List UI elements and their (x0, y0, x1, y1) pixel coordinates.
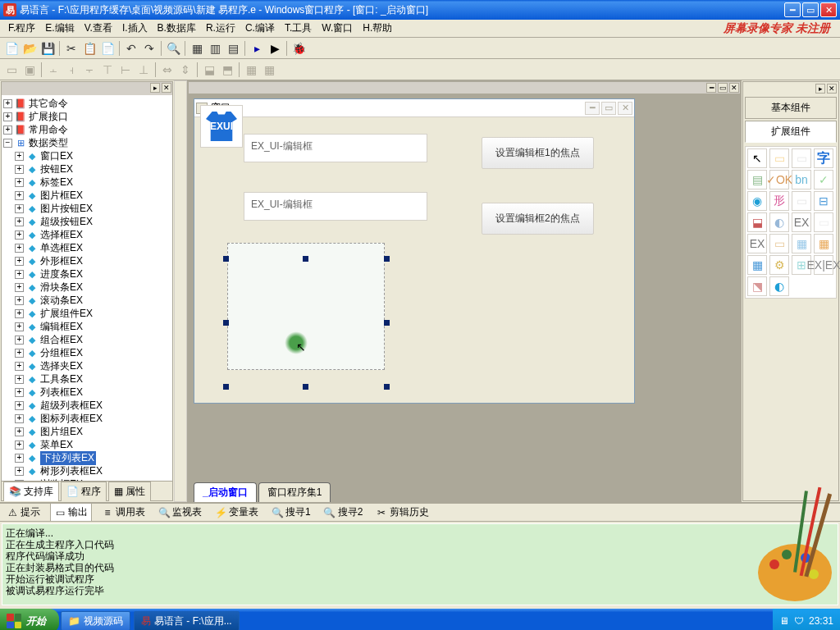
align-left-button[interactable]: ⫠ (45, 62, 62, 78)
tree-toggle-icon[interactable]: + (15, 296, 24, 305)
button-focus-2[interactable]: 设置编辑框2的焦点 (482, 203, 594, 235)
tab-program[interactable]: 📄 程序 (61, 482, 107, 501)
tree-toggle-icon[interactable]: + (15, 336, 24, 345)
tree-toggle-icon[interactable]: + (15, 244, 24, 253)
tree-toggle-icon[interactable]: + (15, 178, 24, 187)
tree-toggle-icon[interactable]: + (15, 467, 24, 476)
align-center-button[interactable]: ⫞ (63, 62, 80, 78)
tree-toggle-icon[interactable]: + (15, 165, 24, 174)
tray-icon-2[interactable]: 🛡 (794, 615, 804, 627)
tree-toggle-icon[interactable]: + (15, 454, 24, 463)
menu-edit[interactable]: E.编辑 (40, 20, 79, 37)
tree-node[interactable]: +◆外形框EX (3, 254, 171, 267)
tree-node[interactable]: +📕其它命令 (3, 97, 171, 110)
tab-search1[interactable]: 🔍搜寻1 (268, 504, 314, 521)
step-button[interactable]: ▸ (249, 40, 265, 57)
form-close-button[interactable]: ✕ (618, 102, 632, 115)
tree-node[interactable]: +◆窗口EX (3, 149, 171, 162)
design-min-button[interactable]: ━ (706, 83, 716, 93)
layout2-button[interactable]: ▥ (207, 40, 223, 57)
menu-help[interactable]: H.帮助 (358, 20, 397, 37)
palette-item[interactable]: EX (792, 212, 811, 232)
tree-toggle-icon[interactable]: + (15, 414, 24, 423)
tab-cliphistory[interactable]: ✂剪辑历史 (372, 504, 432, 521)
tree-toggle-icon[interactable]: + (15, 401, 24, 410)
component-tree[interactable]: +📕其它命令+📕扩展接口+📕常用命令−⊞数据类型+◆窗口EX+◆按钮EX+◆标签… (2, 95, 172, 481)
button-focus-1[interactable]: 设置编辑框1的焦点 (482, 137, 594, 169)
selected-control[interactable] (227, 243, 385, 370)
tree-node[interactable]: +◆图片组EX (3, 425, 171, 438)
layout3-button[interactable]: ▤ (225, 40, 241, 57)
menu-insert[interactable]: I.插入 (117, 20, 153, 37)
tree-toggle-icon[interactable]: + (15, 309, 24, 318)
align-bottom-button[interactable]: ⊥ (135, 62, 152, 78)
design-canvas[interactable]: 窗口 ━ ▭ ✕ EXUI EX_UI-编辑框 EX_UI-编辑框 设置编辑框1… (194, 98, 635, 472)
align-middle-button[interactable]: ⊢ (117, 62, 134, 78)
tree-node[interactable]: +📕常用命令 (3, 123, 171, 136)
tree-autohide-button[interactable]: ▸ (150, 83, 160, 93)
left-scrollbar[interactable] (174, 80, 187, 502)
tree-node[interactable]: +◆按钮EX (3, 162, 171, 176)
tray-icon-1[interactable]: 🖥 (779, 615, 789, 627)
tab-extended-components[interactable]: 扩展组件 (745, 121, 837, 143)
tree-toggle-icon[interactable]: − (3, 139, 12, 148)
palette-item[interactable]: 字 (814, 148, 833, 168)
tree-node[interactable]: +◆选择框EX (3, 228, 171, 241)
tree-toggle-icon[interactable]: + (15, 204, 24, 213)
grid2-button[interactable]: ▦ (261, 62, 277, 78)
tree-toggle-icon[interactable]: + (15, 362, 24, 371)
tree-node[interactable]: +◆工具条EX (3, 372, 171, 386)
palette-item[interactable]: ▭ (769, 234, 789, 253)
tree-node[interactable]: +📕扩展接口 (3, 110, 171, 123)
dist-h-button[interactable]: ⇔ (159, 62, 176, 78)
tab-calltable[interactable]: ≡调用表 (98, 504, 148, 521)
palette-item[interactable]: EX|EX (814, 255, 833, 275)
minimize-button[interactable]: ━ (784, 2, 801, 17)
palette-item[interactable]: ✓ (814, 170, 833, 189)
tree-toggle-icon[interactable]: + (3, 126, 12, 135)
handle-tr[interactable] (384, 256, 390, 262)
palette-item[interactable]: ▭ (792, 191, 811, 211)
tree-toggle-icon[interactable]: + (3, 112, 12, 121)
copy-button[interactable]: 📋 (81, 40, 98, 57)
dist-v-button[interactable]: ⇕ (177, 62, 194, 78)
tab-window-assembly[interactable]: 窗口程序集1 (258, 482, 331, 502)
tab-basic-components[interactable]: 基本组件 (745, 97, 837, 119)
tree-toggle-icon[interactable]: + (15, 427, 24, 436)
menu-database[interactable]: B.数据库 (153, 20, 201, 37)
palette-item[interactable]: ▦ (814, 234, 833, 253)
tree-node[interactable]: +◆组合框EX (3, 333, 171, 346)
align-top-button[interactable]: ⊤ (99, 62, 116, 78)
menu-window[interactable]: W.窗口 (317, 20, 358, 37)
palette-item[interactable]: 形 (769, 191, 789, 211)
align-right-button[interactable]: ⫟ (81, 62, 98, 78)
handle-tc[interactable] (303, 256, 308, 262)
tree-toggle-icon[interactable]: + (15, 231, 24, 240)
tree-node[interactable]: +◆列表框EX (3, 386, 171, 399)
redo-button[interactable]: ↷ (141, 40, 158, 57)
tree-toggle-icon[interactable]: + (15, 388, 24, 397)
tree-node[interactable]: +◆下拉列表EX (3, 451, 171, 464)
palette-item[interactable]: ▭ (792, 148, 811, 168)
tree-toggle-icon[interactable]: + (15, 283, 24, 292)
open-button[interactable]: 📂 (21, 40, 38, 57)
handle-bc[interactable] (303, 384, 308, 390)
palette-item[interactable]: ⬓ (747, 212, 767, 232)
right-pin-button[interactable]: ▸ (815, 84, 825, 94)
tree-node[interactable]: +◆编辑框EX (3, 320, 171, 333)
tree-toggle-icon[interactable]: + (15, 322, 24, 331)
tree-toggle-icon[interactable]: + (15, 217, 24, 226)
align1-button[interactable]: ▭ (3, 62, 20, 78)
tab-output[interactable]: ▭输出 (50, 503, 92, 522)
tree-node[interactable]: +◆树形列表框EX (3, 464, 171, 477)
tree-toggle-icon[interactable]: + (3, 99, 12, 108)
tree-node[interactable]: +◆扩展组件EX (3, 307, 171, 320)
tree-node[interactable]: +◆图标列表框EX (3, 412, 171, 425)
palette-item[interactable]: ▭ (814, 212, 833, 232)
palette-item[interactable]: ◐ (769, 212, 789, 232)
exui-logo[interactable]: EXUI (200, 105, 243, 148)
form-window[interactable]: 窗口 ━ ▭ ✕ EXUI EX_UI-编辑框 EX_UI-编辑框 设置编辑框1… (194, 98, 635, 404)
tree-node[interactable]: +◆进度条EX (3, 267, 171, 281)
right-close-button[interactable]: ✕ (827, 84, 837, 94)
tab-hint[interactable]: ⚠提示 (3, 504, 43, 521)
